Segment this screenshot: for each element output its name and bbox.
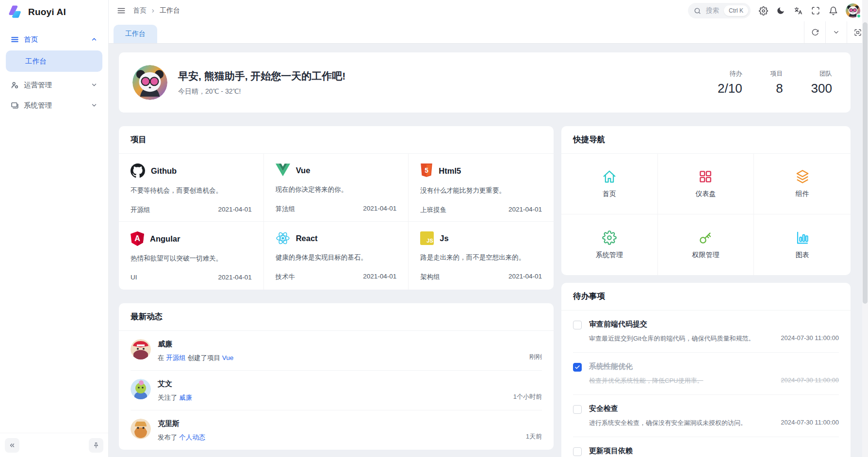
project-card-js[interactable]: JS Js 路是走出来的，而不是空想出来的。 架构组 2021-04-01 bbox=[409, 222, 554, 290]
collapse-sidebar-button[interactable] bbox=[5, 438, 19, 453]
activity-row: 威廉 在 开源组 创建了项目 Vue 刚刚 bbox=[119, 331, 554, 370]
quick-nav-charts[interactable]: 图表 bbox=[754, 214, 851, 275]
fullscreen-icon[interactable] bbox=[811, 6, 820, 16]
pin-sidebar-button[interactable] bbox=[89, 438, 103, 453]
project-name: Vue bbox=[296, 166, 311, 175]
activity-panel-title: 最新动态 bbox=[119, 303, 554, 331]
project-group: UI bbox=[131, 274, 137, 281]
search-input[interactable]: 搜索 Ctrl K bbox=[688, 3, 751, 18]
activity-prefix: 关注了 bbox=[158, 394, 179, 401]
project-name: React bbox=[296, 234, 318, 243]
chevron-down-icon bbox=[91, 82, 98, 88]
page-scrollbar-thumb[interactable] bbox=[863, 22, 868, 304]
activity-link-group[interactable]: 开源组 bbox=[166, 354, 186, 361]
todo-desc: 检查并优化系统性能，降低CPU使用率。 bbox=[589, 376, 771, 385]
sidebar-item-label: 工作台 bbox=[25, 57, 47, 66]
page-scrollbar[interactable] bbox=[862, 0, 868, 457]
todo-checkbox-checked[interactable] bbox=[573, 363, 582, 372]
monitor-icon bbox=[11, 101, 19, 110]
project-group: 开源组 bbox=[131, 206, 150, 214]
sidebar-item-system[interactable]: 系统管理 bbox=[6, 95, 102, 115]
todo-checkbox[interactable] bbox=[573, 447, 582, 456]
dark-mode-moon-icon[interactable] bbox=[776, 6, 786, 16]
quick-nav-components[interactable]: 组件 bbox=[754, 154, 851, 214]
stat-projects: 项目 8 bbox=[770, 69, 783, 96]
todo-row: 审查前端代码提交 审查最近提交到Git仓库的前端代码，确保代码质量和规范。 20… bbox=[561, 310, 851, 352]
menu-lines-icon bbox=[11, 35, 19, 44]
todo-date: 2024-07-30 11:00:00 bbox=[781, 334, 839, 343]
projects-panel-title: 项目 bbox=[119, 126, 554, 154]
todo-checkbox[interactable] bbox=[573, 321, 582, 329]
welcome-card: 早安, 熊猫助手, 开始您一天的工作吧! 今日晴，20℃ - 32℃! 待办 2… bbox=[119, 52, 851, 113]
quick-nav-home[interactable]: 首页 bbox=[561, 154, 658, 214]
activity-time: 1天前 bbox=[526, 432, 542, 442]
project-desc: 路是走出来的，而不是空想出来的。 bbox=[420, 253, 542, 262]
quick-nav-label: 仪表盘 bbox=[695, 190, 716, 198]
sidebar-item-operations[interactable]: 运营管理 bbox=[6, 75, 102, 95]
todo-title: 审查前端代码提交 bbox=[589, 320, 839, 329]
sidebar: Ruoyi AI 首页 工作台 运营管理 bbox=[0, 0, 109, 457]
activity-row: 艾文 关注了 威廉 1个小时前 bbox=[119, 371, 554, 410]
sidebar-item-home[interactable]: 首页 bbox=[6, 29, 102, 49]
app-logo[interactable]: Ruoyi AI bbox=[0, 0, 108, 24]
tab-options-chevron-icon[interactable] bbox=[825, 21, 847, 43]
hamburger-menu-icon[interactable] bbox=[116, 6, 126, 16]
user-avatar-large bbox=[132, 65, 167, 100]
project-card-github[interactable]: Github 不要等待机会，而要创造机会。 开源组 2021-04-01 bbox=[119, 154, 264, 222]
project-date: 2021-04-01 bbox=[218, 274, 252, 281]
project-date: 2021-04-01 bbox=[218, 206, 252, 214]
settings-gear-icon[interactable] bbox=[758, 6, 768, 16]
quick-nav-permissions[interactable]: 权限管理 bbox=[658, 214, 754, 275]
tab-workbench[interactable]: 工作台 bbox=[114, 25, 157, 43]
layers-icon bbox=[795, 169, 810, 184]
stat-label: 项目 bbox=[770, 69, 783, 78]
project-desc: 现在的你决定将来的你。 bbox=[276, 185, 397, 194]
notification-bell-icon[interactable] bbox=[828, 6, 838, 16]
quick-nav-label: 图表 bbox=[796, 251, 809, 260]
quick-nav-system[interactable]: 系统管理 bbox=[561, 214, 658, 275]
projects-panel: 项目 Github 不要等待机会，而要创造机会。 开源组 bbox=[119, 126, 554, 290]
quick-nav-label: 系统管理 bbox=[596, 251, 623, 260]
project-group: 架构组 bbox=[420, 273, 440, 281]
sidebar-item-workbench-active[interactable]: 工作台 bbox=[6, 50, 102, 72]
tab-bar-tools bbox=[804, 21, 868, 43]
project-card-react[interactable]: React 健康的身体是实现目标的基石。 技术牛 2021-04-01 bbox=[264, 222, 409, 290]
weather-text: 今日晴，20℃ - 32℃! bbox=[178, 87, 345, 96]
search-icon bbox=[694, 7, 701, 15]
project-card-angular[interactable]: A Angular 热情和欲望可以突破一切难关。 UI 2021-04-01 bbox=[119, 222, 264, 290]
top-header: 首页 工作台 搜索 Ctrl K bbox=[109, 0, 868, 21]
breadcrumb-separator-icon bbox=[150, 8, 156, 14]
todo-title: 更新项目依赖 bbox=[589, 446, 839, 456]
home-icon bbox=[602, 169, 617, 184]
quick-nav-dashboard[interactable]: 仪表盘 bbox=[658, 154, 754, 214]
stat-value: 300 bbox=[811, 81, 832, 96]
project-card-html5[interactable]: 5 Html5 没有什么才能比努力更重要。 上班摸鱼 2021-04-01 bbox=[409, 154, 554, 222]
refresh-icon[interactable] bbox=[804, 21, 825, 43]
activity-link-project[interactable]: Vue bbox=[222, 354, 234, 361]
translate-icon[interactable] bbox=[793, 6, 803, 16]
svg-text:5: 5 bbox=[425, 166, 428, 174]
activity-middle: 创建了项目 bbox=[186, 354, 222, 361]
user-settings-icon bbox=[11, 81, 19, 89]
breadcrumb-home[interactable]: 首页 bbox=[133, 6, 147, 15]
angular-icon: A bbox=[131, 231, 144, 246]
user-avatar[interactable] bbox=[846, 3, 860, 18]
todo-panel: 待办事项 审查前端代码提交 审查最近提交到Git仓库的前端代码，确保代码质量和规… bbox=[561, 283, 851, 457]
bar-chart-icon bbox=[795, 230, 810, 245]
todo-row-done: 系统性能优化 检查并优化系统性能，降低CPU使用率。 2024-07-30 11… bbox=[561, 353, 851, 394]
stat-label: 待办 bbox=[718, 69, 742, 78]
todo-title: 系统性能优化 bbox=[589, 362, 839, 371]
online-status-dot bbox=[856, 14, 861, 18]
project-desc: 不要等待机会，而要创造机会。 bbox=[131, 186, 252, 195]
todo-row: 安全检查 进行系统安全检查，确保没有安全漏洞或未授权的访问。 2024-07-3… bbox=[561, 395, 851, 437]
activity-link-user[interactable]: 威廉 bbox=[179, 394, 192, 401]
todo-checkbox[interactable] bbox=[573, 405, 582, 414]
quick-nav-label: 首页 bbox=[603, 190, 616, 198]
stat-value: 2/10 bbox=[718, 81, 742, 96]
breadcrumb: 首页 工作台 bbox=[133, 6, 180, 15]
project-date: 2021-04-01 bbox=[508, 273, 542, 281]
activity-link-feed[interactable]: 个人动态 bbox=[179, 434, 205, 441]
vue-icon bbox=[276, 163, 290, 177]
avatar bbox=[131, 339, 151, 359]
project-card-vue[interactable]: Vue 现在的你决定将来的你。 算法组 2021-04-01 bbox=[264, 154, 409, 222]
